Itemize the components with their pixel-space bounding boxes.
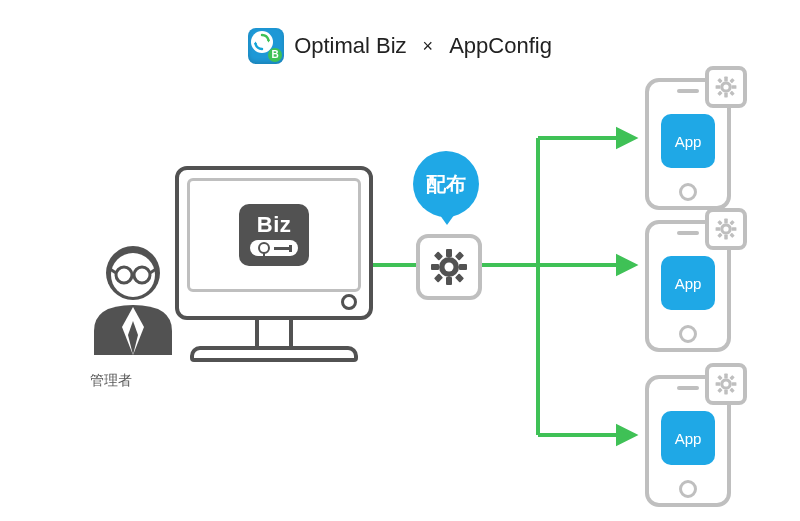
svg-marker-25 (618, 130, 634, 146)
gear-icon (715, 373, 737, 395)
svg-rect-56 (729, 375, 734, 380)
phone-speaker-icon (677, 231, 699, 235)
phone-speaker-icon (677, 89, 699, 93)
svg-rect-58 (729, 388, 734, 393)
svg-point-49 (723, 226, 728, 231)
svg-rect-57 (717, 388, 722, 393)
device-phone-1: App (645, 78, 731, 210)
device-config-gear (705, 208, 747, 250)
svg-rect-34 (732, 85, 737, 88)
device-phone-2: App (645, 220, 731, 352)
phone-home-icon (679, 480, 697, 498)
svg-point-59 (723, 381, 728, 386)
svg-rect-43 (716, 227, 721, 230)
svg-rect-53 (716, 382, 721, 385)
svg-rect-54 (732, 382, 737, 385)
svg-rect-36 (729, 78, 734, 83)
svg-rect-42 (724, 235, 727, 240)
phone-home-icon (679, 183, 697, 201)
device-app-tile: App (661, 256, 715, 310)
device-app-label: App (675, 430, 702, 447)
phone-home-icon (679, 325, 697, 343)
device-app-tile: App (661, 114, 715, 168)
svg-rect-33 (716, 85, 721, 88)
svg-marker-29 (618, 427, 634, 443)
svg-rect-46 (729, 220, 734, 225)
device-app-tile: App (661, 411, 715, 465)
svg-rect-41 (724, 219, 727, 224)
device-app-label: App (675, 133, 702, 150)
svg-rect-38 (729, 91, 734, 96)
svg-rect-31 (724, 77, 727, 82)
svg-rect-35 (717, 78, 722, 83)
svg-rect-32 (724, 93, 727, 98)
device-config-gear (705, 363, 747, 405)
svg-rect-47 (717, 233, 722, 238)
svg-rect-48 (729, 233, 734, 238)
svg-rect-45 (717, 220, 722, 225)
svg-point-39 (723, 84, 728, 89)
phone-speaker-icon (677, 386, 699, 390)
device-config-gear (705, 66, 747, 108)
gear-icon (715, 76, 737, 98)
svg-rect-55 (717, 375, 722, 380)
device-app-label: App (675, 275, 702, 292)
svg-rect-44 (732, 227, 737, 230)
svg-rect-37 (717, 91, 722, 96)
gear-icon (715, 218, 737, 240)
device-phone-3: App (645, 375, 731, 507)
svg-rect-52 (724, 390, 727, 395)
svg-rect-51 (724, 374, 727, 379)
svg-marker-27 (618, 257, 634, 273)
